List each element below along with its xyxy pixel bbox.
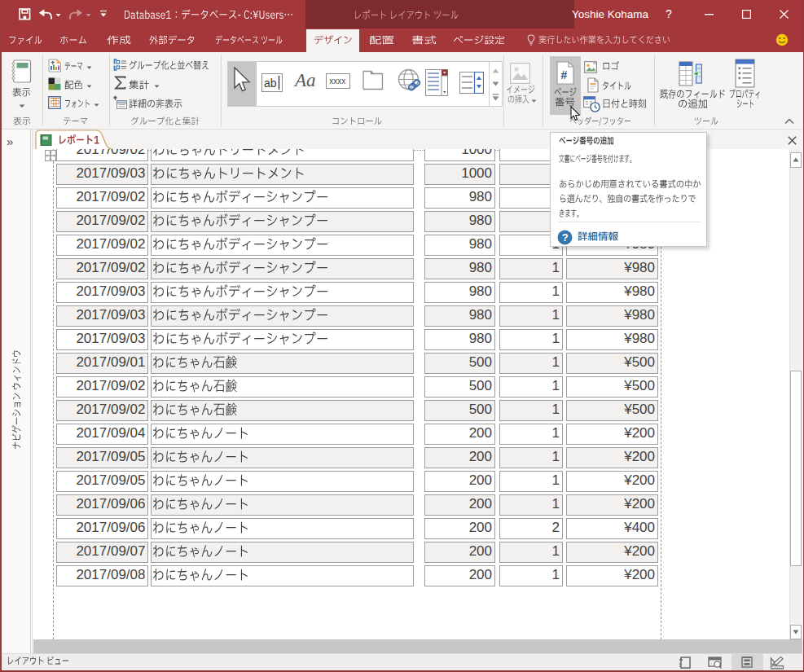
svg-text:ab: ab [264,77,277,90]
svg-text:#: # [561,68,568,81]
svg-text:?: ? [562,231,569,244]
svg-text:xxxx: xxxx [329,77,345,86]
